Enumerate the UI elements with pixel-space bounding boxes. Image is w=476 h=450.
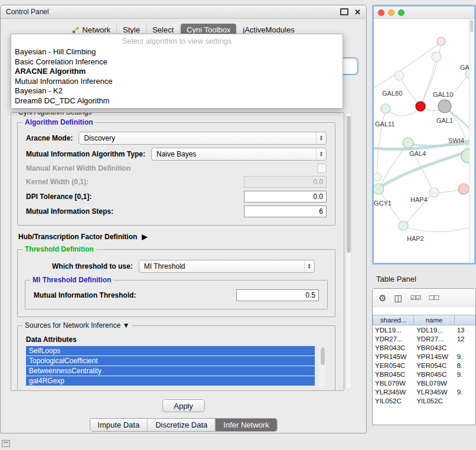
cell[interactable]: YPR145W — [373, 353, 414, 360]
network-node[interactable] — [399, 221, 408, 230]
algorithm-definition-group: Algorithm Definition Aracne Mode: Discov… — [17, 122, 335, 226]
network-node[interactable] — [395, 71, 404, 80]
cell[interactable]: YDL19... — [414, 327, 454, 334]
cell[interactable]: 8. — [455, 362, 475, 369]
apply-button[interactable]: Apply — [162, 399, 205, 412]
tab-discretize-data[interactable]: Discretize Data — [147, 419, 215, 431]
cell[interactable]: YDR27... — [373, 335, 414, 343]
dropdown-item[interactable]: Basic Correlation Inference — [11, 57, 343, 67]
network-node[interactable] — [437, 37, 445, 45]
minimize-traffic-light-icon[interactable] — [388, 9, 395, 16]
column-header-name[interactable]: name — [414, 315, 454, 325]
mi-steps-input[interactable] — [244, 206, 327, 217]
mi-algorithm-label: Mutual Information Algorithm Type: — [26, 150, 145, 158]
network-vertical-scrollbar[interactable] — [469, 19, 474, 263]
dropdown-item[interactable]: Bayesian - K2 — [11, 86, 343, 96]
cell[interactable]: YBR045C — [373, 371, 414, 378]
network-node[interactable] — [403, 138, 413, 148]
hub-definition-toggle[interactable]: Hub/Transcription Factor Definition ▶ — [18, 233, 337, 241]
network-node[interactable] — [429, 188, 439, 197]
attribute-item-selected[interactable]: BetweennessCentrality — [26, 366, 315, 376]
network-window-titlebar — [374, 6, 474, 19]
table-row[interactable]: YLR345WYLR345W9. — [373, 387, 475, 396]
network-view-window: GAL80 GAL10 GAL11 GAL1 SWI4 GAL4 GCY1 HA… — [372, 5, 476, 265]
node-label: SWI4 — [448, 137, 464, 144]
node-label: GAL4 — [409, 150, 426, 157]
dropdown-item[interactable]: Bayesian - Hill Climbing — [11, 47, 343, 57]
dropdown-item-selected[interactable]: ARACNE Algorithm — [11, 67, 343, 77]
mi-algorithm-combo[interactable]: Naive Bayes ▲▼ — [151, 148, 327, 161]
table-row[interactable]: YBL079WYBL079W — [373, 379, 475, 387]
deselect-all-checkboxes-icon[interactable]: ☐☐ — [428, 295, 439, 301]
gear-icon[interactable]: ⚙ — [379, 294, 386, 302]
mi-algorithm-value: Naive Bayes — [157, 150, 196, 158]
column-header-clipped[interactable] — [455, 315, 475, 325]
network-canvas[interactable]: GAL80 GAL10 GAL11 GAL1 SWI4 GAL4 GCY1 HA… — [374, 19, 474, 263]
attributes-vertical-scrollbar[interactable] — [319, 346, 325, 387]
cell[interactable]: YLR345W — [414, 389, 454, 396]
cell[interactable]: YIL052C — [373, 397, 414, 405]
column-header-shared-name[interactable]: shared... — [373, 315, 414, 325]
scrollbar-thumb[interactable] — [470, 20, 473, 32]
cell[interactable]: YLR345W — [373, 389, 414, 396]
network-node-gray[interactable] — [438, 100, 451, 113]
aracne-mode-combo[interactable]: Discovery ▲▼ — [79, 132, 327, 145]
dpi-tolerance-input[interactable] — [244, 191, 327, 203]
attribute-item-selected[interactable]: SelfLoops — [26, 346, 315, 356]
close-traffic-light-icon[interactable] — [378, 9, 384, 16]
table-row[interactable]: YDL19...YDL19...13 — [373, 325, 475, 334]
settings-vertical-scrollbar[interactable] — [345, 112, 352, 390]
cell[interactable]: 12 — [455, 335, 475, 343]
cell[interactable]: YER054C — [414, 362, 454, 369]
tab-impute-data[interactable]: Impute Data — [90, 419, 147, 431]
select-all-checkboxes-icon[interactable]: ☑☑ — [410, 295, 421, 301]
cell[interactable]: 9. — [455, 389, 475, 396]
cell[interactable]: YBR043C — [373, 344, 414, 351]
zoom-traffic-light-icon[interactable] — [398, 9, 405, 16]
cell[interactable]: YBR045C — [414, 371, 454, 378]
control-panel-window: Control Panel ✕ Network Style Select Cyn… — [0, 5, 367, 433]
network-node-pink[interactable] — [458, 184, 469, 194]
scrollbar-thumb[interactable] — [347, 116, 351, 253]
cell[interactable]: YBL079W — [373, 380, 414, 387]
cell[interactable]: YPR145W — [414, 353, 454, 360]
table-row[interactable]: YER054CYER054C8. — [373, 361, 475, 370]
cell[interactable]: 9. — [455, 353, 475, 360]
network-node[interactable] — [374, 173, 382, 181]
dropdown-item[interactable]: Dream8 DC_TDC Algorithm — [11, 96, 343, 106]
which-threshold-combo[interactable]: MI Threshold ▲▼ — [139, 260, 315, 273]
scrollbar-thumb[interactable] — [321, 347, 325, 365]
cell[interactable]: YIL052C — [414, 397, 454, 405]
cell[interactable]: YBL079W — [414, 380, 454, 387]
table-row[interactable]: YDR27...YDR27...12 — [373, 334, 475, 343]
attribute-item-selected[interactable]: TopologicalCoefficient — [26, 356, 315, 366]
columns-icon[interactable]: ◫ — [394, 294, 402, 302]
float-panel-icon[interactable] — [340, 8, 348, 15]
network-node[interactable] — [432, 52, 441, 61]
mi-threshold-group-title: MI Threshold Definition — [30, 276, 113, 284]
network-node-red[interactable] — [416, 102, 425, 111]
table-row[interactable]: YIL052CYIL052C — [373, 396, 475, 405]
cell[interactable]: YER054C — [373, 362, 414, 369]
tab-cyni-toolbox-label: Cyni Toolbox — [187, 25, 230, 34]
network-node[interactable] — [381, 104, 390, 113]
collapsed-panel-icon[interactable] — [2, 440, 10, 447]
network-node[interactable] — [374, 184, 384, 194]
attribute-item-selected[interactable]: gal4RGexp — [26, 376, 315, 386]
network-edge — [403, 224, 474, 231]
cell[interactable]: 9. — [455, 371, 475, 378]
table-row[interactable]: YBR045CYBR045C9. — [373, 370, 475, 379]
mi-threshold-input[interactable] — [236, 289, 319, 301]
cell[interactable]: YBR043C — [414, 344, 454, 351]
dropdown-item[interactable]: Mutual Information Inference — [11, 77, 343, 87]
table-row[interactable]: YPR145WYPR145W9. — [373, 352, 475, 361]
tab-infer-network[interactable]: Infer Network — [215, 419, 276, 431]
cell[interactable]: YDL19... — [373, 327, 414, 334]
table-row[interactable]: YBR043CYBR043C — [373, 343, 475, 352]
threshold-definition-group: Threshold Definition Which threshold to … — [17, 249, 335, 317]
sources-toggle[interactable]: Sources for Network Inference ▼ — [22, 321, 132, 330]
tab-style-label: Style — [123, 25, 140, 34]
cell[interactable]: YDR27... — [414, 335, 454, 343]
cell[interactable]: 13 — [455, 327, 475, 334]
close-panel-icon[interactable]: ✕ — [354, 8, 361, 16]
